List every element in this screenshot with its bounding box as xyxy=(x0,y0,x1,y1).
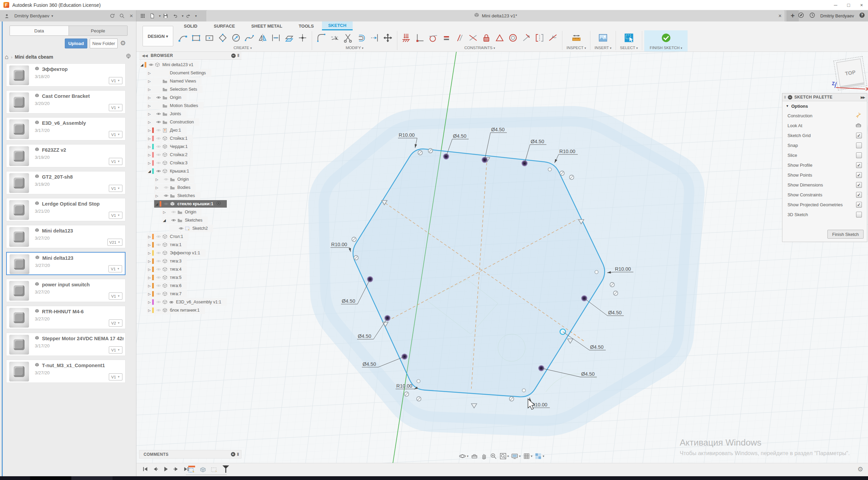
browser-row-sketches[interactable]: ▷Sketches xyxy=(154,192,200,199)
extensions-icon[interactable] xyxy=(798,12,804,20)
item-version-dropdown[interactable]: V1 ▼ xyxy=(109,77,122,84)
ribbon-group-label[interactable]: FINISH SKETCH ▾ xyxy=(650,46,682,50)
checkbox-snap[interactable] xyxy=(856,142,862,148)
item-version-dropdown[interactable]: V1 ▼ xyxy=(109,373,122,380)
collapsed-icon[interactable]: ▷ xyxy=(147,268,152,271)
expanded-icon[interactable]: ◢ xyxy=(147,169,152,174)
breadcrumb[interactable]: Mini delta cbeam xyxy=(15,54,53,60)
ribbon-tab-sketch[interactable]: SKETCH xyxy=(322,21,352,30)
minus-icon[interactable]: − xyxy=(231,54,236,58)
browser-row-mini-delta123-v1[interactable]: ◢Mini delta123 v1 xyxy=(139,61,199,69)
item-version-dropdown[interactable]: V1 ▼ xyxy=(109,131,122,138)
move-button[interactable] xyxy=(383,33,393,43)
timeline-feat-body[interactable] xyxy=(199,465,207,474)
finish-sketch-button[interactable] xyxy=(661,33,671,43)
measure-button[interactable] xyxy=(571,33,582,43)
item-version-dropdown[interactable]: V1 ▼ xyxy=(108,265,122,272)
project-item-card[interactable]: Mini delta1233/27/20V1 ▼ xyxy=(6,252,126,275)
browser-row-стойка-1[interactable]: ▷Стойка:1 xyxy=(147,135,193,142)
finish-sketch-button[interactable]: Finish Sketch xyxy=(827,230,864,239)
expanded-icon[interactable]: ◢ xyxy=(162,218,167,223)
collapsed-icon[interactable]: ▷ xyxy=(147,251,152,255)
checkbox-show-points[interactable]: ✓ xyxy=(856,172,862,178)
item-version-dropdown[interactable]: V1 ▼ xyxy=(109,346,122,354)
browser-row-крышка-1[interactable]: ◢Крышка:1 xyxy=(147,167,194,175)
browser-row-стол-1[interactable]: ▷Стол:1 xyxy=(147,233,189,240)
browser-row-named-views[interactable]: ▷Named Views xyxy=(147,77,202,85)
item-version-dropdown[interactable]: V1 ▼ xyxy=(109,185,122,192)
browser-row-тяга-7[interactable]: ▷тяга:7 xyxy=(147,290,187,298)
browser-row-motion-studies[interactable]: ▷Motion Studies xyxy=(147,102,204,109)
browser-row-sketches[interactable]: ◢Sketches xyxy=(162,216,208,224)
line-button[interactable] xyxy=(178,33,188,43)
project-item-card[interactable]: T-nut_M3_x1_Component13/27/20V1 ▼ xyxy=(6,360,126,383)
maximize-button[interactable]: □ xyxy=(842,0,855,10)
collapsed-icon[interactable]: ▷ xyxy=(147,71,152,75)
visibility-eye-off-icon[interactable] xyxy=(155,234,162,239)
center-rectangle-button[interactable] xyxy=(204,33,215,43)
browser-row-construction[interactable]: ▷Construction xyxy=(147,118,199,126)
browser-row-тяга-5[interactable]: ▷тяга:5 xyxy=(147,274,187,281)
collapsed-icon[interactable]: ▷ xyxy=(147,153,152,157)
help-icon[interactable]: ? xyxy=(859,12,865,18)
play-start-button[interactable] xyxy=(142,466,149,472)
new-document-tab-button[interactable]: + xyxy=(786,10,799,21)
play-button[interactable] xyxy=(162,466,169,472)
checkbox-show-constraints[interactable]: ✓ xyxy=(856,192,862,198)
expanded-icon[interactable]: ◢ xyxy=(139,63,145,67)
collapsed-icon[interactable]: ▷ xyxy=(147,120,152,124)
checkbox-show-dimensions[interactable]: ✓ xyxy=(856,182,862,188)
nav-fit-button[interactable]: ▾ xyxy=(499,452,509,460)
visibility-eye-icon[interactable] xyxy=(155,168,162,174)
collapsed-icon[interactable]: ▷ xyxy=(147,137,152,140)
checkbox-3d-sketch[interactable] xyxy=(856,212,862,217)
visibility-eye-off-icon[interactable] xyxy=(155,308,162,313)
project-item-card[interactable]: Эффектор3/18/20V1 ▼ xyxy=(6,63,126,87)
visibility-eye-icon[interactable] xyxy=(163,193,170,198)
visibility-eye-icon[interactable] xyxy=(155,95,162,100)
visibility-eye-off-icon[interactable] xyxy=(170,209,177,215)
browser-row-эффектор-v1-1[interactable]: ▷Эффектор v1:1 xyxy=(147,249,206,257)
taskbar-item[interactable] xyxy=(72,476,113,480)
offset-button[interactable] xyxy=(356,33,366,43)
collapsed-icon[interactable]: ▷ xyxy=(147,129,152,132)
select-button[interactable] xyxy=(624,33,634,43)
visibility-eye-off-icon[interactable] xyxy=(155,283,162,288)
checkbox-sketch-grid[interactable]: ✓ xyxy=(856,133,862,138)
collapsed-icon[interactable]: ▷ xyxy=(147,235,152,239)
collapsed-icon[interactable]: ▷ xyxy=(147,88,152,91)
ribbon-group-label[interactable]: CONSTRAINTS ▾ xyxy=(464,46,495,50)
nav-display-settings-button[interactable]: ▾ xyxy=(511,452,521,460)
point-button[interactable] xyxy=(297,33,308,43)
home-icon[interactable]: ⌂ xyxy=(5,54,9,61)
collapsed-icon[interactable]: ▷ xyxy=(147,276,152,280)
visibility-eye-off-icon[interactable] xyxy=(155,160,162,166)
extend-button[interactable] xyxy=(369,33,380,43)
collapsed-icon[interactable]: ▷ xyxy=(147,284,152,288)
visibility-eye-off-icon[interactable] xyxy=(155,136,162,141)
collapsed-icon[interactable]: ▷ xyxy=(147,243,152,247)
browser-row-origin[interactable]: ▷Origin xyxy=(154,176,194,183)
break-button[interactable] xyxy=(343,33,353,43)
nav-lookat-button[interactable] xyxy=(471,452,478,460)
play-fwd-button[interactable] xyxy=(173,466,179,472)
nav-viewports-button[interactable]: ▾ xyxy=(534,452,544,460)
redo-icon[interactable] xyxy=(186,13,191,19)
project-item-card[interactable]: RTR-HHNUT M4-63/27/20V2 ▼ xyxy=(6,306,126,329)
browser-row-стойка-3[interactable]: ▷Стойка:3 xyxy=(147,159,193,167)
project-item-card[interactable]: F623ZZ v23/19/20V1 ▼ xyxy=(6,144,126,167)
visibility-eye-off-icon[interactable] xyxy=(155,267,162,272)
collapsed-icon[interactable]: ▷ xyxy=(147,104,152,108)
collapsed-icon[interactable]: ▷ xyxy=(147,145,152,149)
browser-row-e3d-v6-assembly-v1-1[interactable]: ▷E3D_v6_Assembly v1:1 xyxy=(147,298,227,306)
taskbar-item[interactable] xyxy=(30,476,71,480)
visibility-eye-off-icon[interactable] xyxy=(155,291,162,297)
globe-icon[interactable] xyxy=(125,53,132,60)
windows-taskbar[interactable] xyxy=(0,476,868,480)
fillet-button[interactable] xyxy=(316,33,326,43)
refresh-icon[interactable] xyxy=(109,13,115,19)
insert-image-button[interactable] xyxy=(598,33,608,43)
grip-icon[interactable]: ‖ xyxy=(237,452,239,457)
minus-icon[interactable]: − xyxy=(788,95,792,100)
dimension-button[interactable] xyxy=(271,33,281,43)
